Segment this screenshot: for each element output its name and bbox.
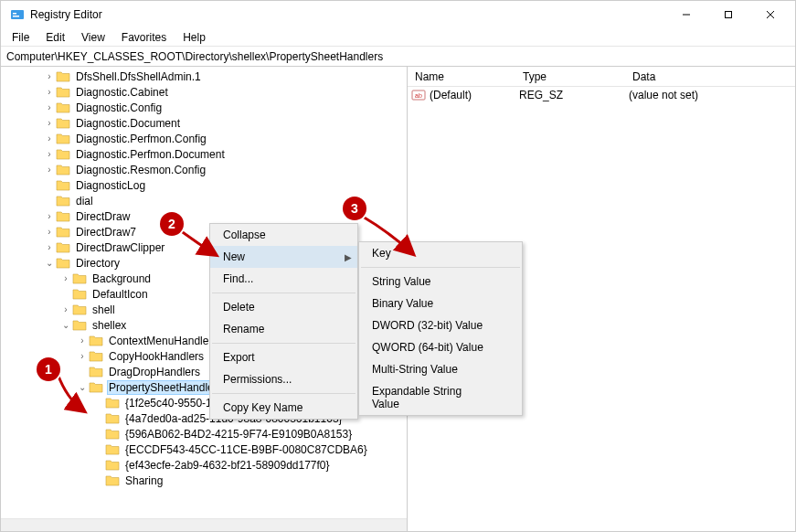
tree-label: ContextMenuHandlers [107,335,219,347]
menu-edit[interactable]: Edit [38,29,72,46]
value-data: (value not set) [629,89,795,101]
tree-label: Diagnostic.Config [74,101,164,114]
menu-separator [212,393,356,394]
menu-file[interactable]: File [5,29,37,46]
address-bar[interactable]: Computer\HKEY_CLASSES_ROOT\Directory\she… [1,47,795,67]
tree-label: DirectDraw7 [74,226,138,239]
svg-rect-1 [13,13,16,15]
tree-item[interactable]: ›Diagnostic.Perfmon.Config [1,131,407,146]
tree-item[interactable]: ›Diagnostic.Perfmon.Document [1,146,407,162]
tree-item[interactable]: ›Diagnostic.Config [1,100,407,115]
expand-icon[interactable]: › [43,242,56,252]
expand-icon[interactable]: › [43,118,56,128]
minimize-button[interactable] [665,1,707,28]
menu-bar: File Edit View Favorites Help [1,28,795,47]
tree-label: {ECCDF543-45CC-11CE-B9BF-0080C87CDBA6} [123,443,369,456]
window-title: Registry Editor [30,8,665,21]
col-data[interactable]: Data [625,69,795,85]
new-key[interactable]: Key [359,242,522,264]
menu-export[interactable]: Export [210,346,357,368]
expand-icon[interactable]: › [43,71,56,81]
expand-icon[interactable]: › [43,133,56,144]
new-multi-string-value[interactable]: Multi-String Value [359,358,522,380]
menu-delete[interactable]: Delete [210,296,357,318]
menu-view[interactable]: View [74,29,112,46]
tree-label: DfsShell.DfsShellAdmin.1 [74,70,203,83]
expand-icon[interactable]: › [43,149,56,159]
new-dword-bit-value[interactable]: DWORD (32-bit) Value [359,314,522,336]
svg-text:ab: ab [415,92,422,99]
expand-icon[interactable]: › [43,227,56,237]
callout-1: 1 [37,357,60,381]
menu-separator [212,293,356,293]
menu-favorites[interactable]: Favorites [114,29,174,46]
new-string-value[interactable]: String Value [359,271,522,293]
svg-rect-0 [11,10,24,19]
tree-label: {ef43ecfe-2ab9-4632-bf21-58909dd177f0} [123,459,332,472]
tree-item[interactable]: ›DfsShell.DfsShellAdmin.1 [1,69,407,84]
value-row[interactable]: ab (Default) REG_SZ (value not set) [408,87,795,103]
collapse-icon[interactable]: ⌄ [43,258,56,268]
tree-item[interactable]: ›Diagnostic.Cabinet [1,84,407,100]
callout-2: 2 [160,212,184,236]
expand-icon[interactable]: › [43,102,56,112]
window-controls [665,1,791,28]
submenu-arrow-icon: ▶ [345,252,352,262]
address-path: Computer\HKEY_CLASSES_ROOT\Directory\she… [6,50,383,63]
expand-icon[interactable]: › [43,87,56,97]
tree-label: DirectDrawClipper [74,241,166,254]
close-button[interactable] [749,1,791,28]
expand-icon[interactable]: › [59,304,72,314]
tree-item[interactable]: Sharing [1,473,407,488]
col-type[interactable]: Type [515,69,625,85]
tree-label: Diagnostic.Resmon.Config [74,164,207,176]
list-header: Name Type Data [408,67,795,87]
new-qword-bit-value[interactable]: QWORD (64-bit) Value [359,336,522,358]
menu-new[interactable]: New▶ [210,246,357,268]
menu-separator [212,343,356,344]
value-name: (Default) [430,89,519,101]
tree-label: shellex [90,319,128,332]
tree-item[interactable]: ›Diagnostic.Document [1,115,407,131]
menu-help[interactable]: Help [175,29,213,46]
tree-item[interactable]: DiagnosticLog [1,177,407,193]
tree-item[interactable]: {ECCDF543-45CC-11CE-B9BF-0080C87CDBA6} [1,442,407,457]
col-name[interactable]: Name [408,69,515,85]
new-binary-value[interactable]: Binary Value [359,293,522,314]
tree-label: DragDropHandlers [107,366,202,378]
menu-find-[interactable]: Find... [210,268,357,290]
tree-label: Diagnostic.Cabinet [74,86,170,99]
tree-label: shell [90,303,117,316]
value-type: REG_SZ [519,89,629,101]
menu-collapse[interactable]: Collapse [210,224,357,246]
tree-label: Diagnostic.Perfmon.Document [74,148,227,161]
regedit-app-icon [10,7,25,22]
expand-icon[interactable]: › [59,273,72,283]
tree-label: dial [74,195,95,207]
tree-scrollbar[interactable] [1,518,407,532]
menu-copy-key-name[interactable]: Copy Key Name [210,397,357,419]
tree-label: DiagnosticLog [74,179,147,192]
menu-separator [361,267,520,268]
maximize-button[interactable] [707,1,749,28]
string-value-icon: ab [411,88,426,102]
tree-item[interactable]: {596AB062-B4D2-4215-9F74-E9109B0A8153} [1,426,407,442]
callout-3: 3 [343,197,366,220]
context-menu: CollapseNew▶Find...DeleteRenameExportPer… [209,223,358,420]
tree-label: Sharing [123,474,165,487]
expand-icon[interactable]: › [76,335,89,346]
expand-icon[interactable]: › [76,351,89,361]
collapse-icon[interactable]: ⌄ [76,382,89,392]
menu-rename[interactable]: Rename [210,318,357,340]
title-bar: Registry Editor [1,1,795,28]
expand-icon[interactable]: › [43,165,56,175]
collapse-icon[interactable]: ⌄ [59,320,72,330]
expand-icon[interactable]: › [43,211,56,221]
new-expandable-string-value[interactable]: Expandable String Value [359,380,522,415]
tree-item[interactable]: {ef43ecfe-2ab9-4632-bf21-58909dd177f0} [1,457,407,473]
tree-item[interactable]: ›Diagnostic.Resmon.Config [1,162,407,177]
tree-label: DirectDraw [74,210,132,223]
new-submenu: KeyString ValueBinary ValueDWORD (32-bit… [358,241,523,416]
menu-permissions-[interactable]: Permissions... [210,368,357,390]
tree-label: Directory [74,257,122,270]
